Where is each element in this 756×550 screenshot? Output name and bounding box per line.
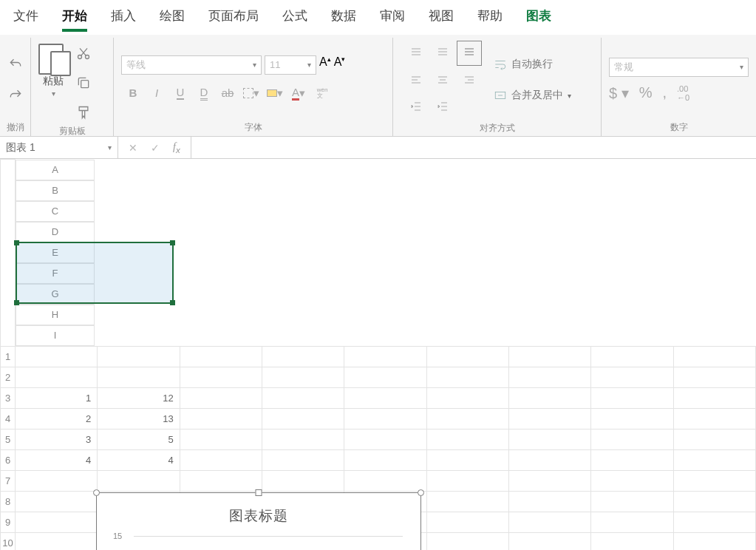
name-box[interactable]: 图表 1 [0,137,118,158]
align-top-center-button[interactable] [430,41,455,66]
copy-button[interactable] [72,72,95,94]
row-header[interactable]: 7 [1,470,16,491]
cell[interactable] [426,512,508,532]
cell[interactable] [426,387,508,408]
cell[interactable] [426,470,508,491]
decrease-font-button[interactable]: A▾ [334,55,346,75]
tab-draw[interactable]: 绘图 [160,7,185,24]
cell[interactable] [344,387,426,408]
cell[interactable]: 12 [98,387,180,408]
cell[interactable] [673,429,755,449]
cell[interactable] [508,367,590,387]
cell[interactable] [673,449,755,470]
tab-review[interactable]: 审阅 [380,7,405,24]
cell[interactable] [344,346,426,367]
column-header[interactable]: E [16,242,95,263]
column-header[interactable]: F [16,263,95,284]
decrease-indent-button[interactable] [403,94,429,119]
percent-button[interactable]: % [639,84,653,101]
cell[interactable] [673,387,755,408]
row-header[interactable]: 1 [1,346,16,367]
cell[interactable] [16,512,98,532]
align-top-right-button[interactable] [457,41,482,66]
italic-button[interactable]: I [145,82,168,104]
cell[interactable] [591,408,673,429]
increase-font-button[interactable]: A▴ [319,55,331,75]
cell[interactable]: 4 [98,449,180,470]
formula-input[interactable] [191,137,756,158]
double-underline-button[interactable]: D [192,82,216,104]
cell[interactable] [508,532,590,550]
chart-plot-area[interactable]: 051015 [134,536,403,550]
cell[interactable]: 4 [16,449,98,470]
tab-file[interactable]: 文件 [13,7,38,24]
column-header[interactable]: A [16,160,95,180]
tab-help[interactable]: 帮助 [477,7,503,24]
increase-decimal-button[interactable]: .00←0 [677,84,689,102]
cell[interactable] [508,491,590,512]
cell[interactable] [508,346,590,367]
cut-button[interactable] [72,42,95,64]
resize-handle[interactable] [93,489,100,496]
cell[interactable] [180,449,262,470]
row-header[interactable]: 6 [1,449,16,470]
cell[interactable] [673,512,755,532]
currency-button[interactable]: $ ▾ [609,84,629,102]
cell[interactable] [262,449,344,470]
chart-title[interactable]: 图表标题 [97,506,420,526]
undo-button[interactable] [4,53,27,75]
resize-handle[interactable] [418,489,424,496]
increase-indent-button[interactable] [430,94,455,119]
comma-button[interactable]: , [662,84,667,101]
cell[interactable] [508,512,590,532]
cell[interactable] [591,387,673,408]
cell[interactable] [426,449,508,470]
cell[interactable] [262,429,344,449]
align-right-button[interactable] [457,67,482,92]
column-header[interactable]: C [16,201,95,222]
cell[interactable] [426,532,508,550]
bold-button[interactable]: B [121,82,145,104]
cell[interactable] [344,367,426,387]
cell[interactable] [673,408,755,429]
redo-button[interactable] [4,84,27,106]
phonetic-button[interactable]: wén文 [310,82,334,104]
row-header[interactable]: 8 [1,491,16,512]
cell[interactable] [344,408,426,429]
cell[interactable] [180,367,262,387]
cell[interactable] [180,346,262,367]
cell[interactable] [344,429,426,449]
cell[interactable] [180,387,262,408]
strikethrough-button[interactable]: ab [216,82,239,104]
cell[interactable] [673,470,755,491]
tab-formulas[interactable]: 公式 [282,7,307,24]
column-header[interactable]: H [16,305,95,325]
cell[interactable] [344,470,426,491]
cell[interactable] [16,491,98,512]
cell[interactable] [508,429,590,449]
format-painter-button[interactable] [72,101,95,123]
wrap-text-button[interactable]: 自动换行 [489,55,557,74]
row-header[interactable]: 4 [1,408,16,429]
cell[interactable] [508,470,590,491]
row-header[interactable]: 2 [1,367,16,387]
cell[interactable] [344,449,426,470]
align-left-button[interactable] [403,67,429,92]
cell[interactable] [591,429,673,449]
row-header[interactable]: 3 [1,387,16,408]
underline-button[interactable]: U [168,82,192,104]
cell[interactable] [591,346,673,367]
cell[interactable] [426,346,508,367]
cell[interactable] [180,470,262,491]
font-size-select[interactable]: 11 [265,55,316,75]
cell[interactable] [508,449,590,470]
cancel-fx-button[interactable]: ✕ [129,142,137,154]
cell[interactable] [426,408,508,429]
column-header[interactable]: D [16,222,95,242]
cell[interactable] [262,387,344,408]
cell[interactable] [508,408,590,429]
chart-object[interactable]: 图表标题 051015 123 系列1系列2 [96,492,421,550]
cell[interactable] [426,491,508,512]
row-header[interactable]: 5 [1,429,16,449]
cell[interactable]: 1 [16,387,98,408]
